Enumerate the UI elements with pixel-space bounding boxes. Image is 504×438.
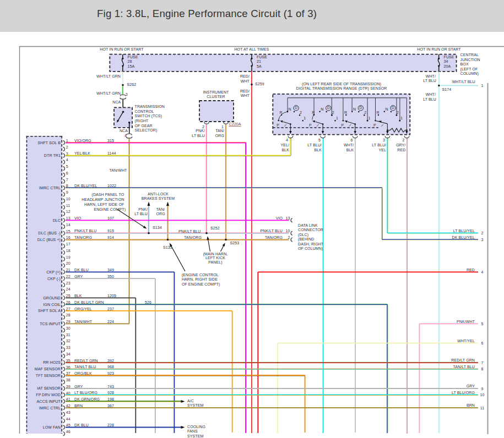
svg-text:WHT/LT GRN: WHT/LT GRN <box>96 74 121 78</box>
svg-text:DK GRN/ORG: DK GRN/ORG <box>74 397 100 401</box>
svg-text:WHT: WHT <box>241 79 250 83</box>
svg-text:SHFT SOL B: SHFT SOL B <box>38 141 61 145</box>
svg-text:IMRC CTRL: IMRC CTRL <box>39 186 61 190</box>
svg-text:A/C: A/C <box>187 399 194 403</box>
svg-text:36: 36 <box>66 365 71 369</box>
svg-text:BRAKES SYSTEM: BRAKES SYSTEM <box>142 196 175 200</box>
svg-text:349: 349 <box>107 268 114 272</box>
svg-text:2: 2 <box>332 111 334 114</box>
svg-text:LOW FAN: LOW FAN <box>43 425 61 429</box>
svg-text:WHT/LT GRN: WHT/LT GRN <box>96 91 121 95</box>
svg-text:11: 11 <box>66 204 70 207</box>
svg-text:16: 16 <box>66 236 71 239</box>
svg-text:ORG: ORG <box>215 134 224 138</box>
svg-text:2: 2 <box>364 111 366 114</box>
svg-text:TAN/: TAN/ <box>156 207 165 211</box>
svg-text:224: 224 <box>107 320 114 324</box>
svg-text:WHT/: WHT/ <box>344 143 354 147</box>
svg-text:31: 31 <box>66 333 71 337</box>
svg-text:37: 37 <box>66 371 71 375</box>
svg-text:1022: 1022 <box>107 184 116 188</box>
svg-text:LT BLU/ORG: LT BLU/ORG <box>74 391 97 395</box>
svg-text:P: P <box>373 123 376 127</box>
svg-text:INSTRUMENT: INSTRUMENT <box>203 90 230 94</box>
svg-text:JUNCTION: JUNCTION <box>460 58 480 62</box>
svg-text:29: 29 <box>66 320 71 324</box>
svg-text:6: 6 <box>350 138 353 142</box>
svg-text:COLUMN): COLUMN) <box>460 72 479 76</box>
svg-text:WHT/LT BLU: WHT/LT BLU <box>452 80 475 84</box>
svg-text:2: 2 <box>481 231 484 235</box>
svg-text:743: 743 <box>107 385 114 388</box>
svg-text:SWITCH (TCS): SWITCH (TCS) <box>135 114 162 118</box>
svg-text:43: 43 <box>66 410 71 414</box>
svg-text:5A: 5A <box>257 64 262 68</box>
svg-text:30: 30 <box>66 326 71 330</box>
svg-text:FUSE: FUSE <box>257 55 267 59</box>
svg-text:7: 7 <box>481 361 484 365</box>
svg-text:TRANSMISSION: TRANSMISSION <box>135 105 165 108</box>
svg-text:28: 28 <box>66 313 71 317</box>
svg-text:28: 28 <box>128 59 132 63</box>
svg-text:TFT SENSOR: TFT SENSOR <box>36 374 61 377</box>
svg-text:(ON LEFT REAR SIDE OF TRANSMIS: (ON LEFT REAR SIDE OF TRANSMISSION) <box>302 82 381 86</box>
svg-text:1205: 1205 <box>107 294 116 298</box>
svg-text:S253: S253 <box>230 241 240 245</box>
svg-text:DIGITAL TRANSMISSION RANGE (DT: DIGITAL TRANSMISSION RANGE (DTR) SENSOR <box>296 86 387 91</box>
svg-text:34: 34 <box>66 352 71 356</box>
svg-text:TAN/LT BLU: TAN/LT BLU <box>74 365 96 369</box>
svg-text:D: D <box>392 106 394 110</box>
svg-text:1: 1 <box>400 116 403 120</box>
svg-text:LT BLU: LT BLU <box>423 79 436 83</box>
svg-text:107: 107 <box>107 216 114 220</box>
svg-text:7: 7 <box>66 178 68 182</box>
svg-text:PNK/LT BLU: PNK/LT BLU <box>74 229 96 233</box>
svg-text:23: 23 <box>66 281 71 285</box>
svg-text:915: 915 <box>107 229 114 233</box>
svg-text:TAN/LT BLU: TAN/LT BLU <box>453 365 475 369</box>
svg-text:C220A: C220A <box>229 122 241 126</box>
svg-text:RED: RED <box>467 268 475 272</box>
svg-text:45: 45 <box>66 423 71 427</box>
svg-text:SELECTOR): SELECTOR) <box>135 128 158 133</box>
svg-text:8: 8 <box>481 367 484 371</box>
svg-text:HOT IN RUN OR START: HOT IN RUN OR START <box>417 47 461 51</box>
svg-text:DK BLU/YEL: DK BLU/YEL <box>452 236 475 239</box>
svg-text:VIO: VIO <box>74 216 82 220</box>
svg-text:10: 10 <box>66 197 71 201</box>
svg-text:D: D <box>295 106 297 110</box>
svg-text:(RIGHT: (RIGHT <box>135 119 149 123</box>
svg-text:FP DRV MOD: FP DRV MOD <box>36 393 61 397</box>
svg-text:46: 46 <box>66 430 71 434</box>
svg-text:PNK/: PNK/ <box>196 129 205 133</box>
svg-text:RED: RED <box>397 148 405 152</box>
svg-text:YEL: YEL <box>379 148 387 152</box>
svg-text:CENTRAL: CENTRAL <box>460 53 479 57</box>
svg-text:5: 5 <box>481 322 484 326</box>
svg-text:2: 2 <box>66 145 68 149</box>
svg-text:5: 5 <box>66 165 68 168</box>
svg-text:GRY/: GRY/ <box>396 143 405 147</box>
svg-text:WHT/YEL: WHT/YEL <box>457 339 475 343</box>
svg-text:P: P <box>309 123 312 127</box>
svg-text:6: 6 <box>481 341 484 345</box>
svg-text:26: 26 <box>66 300 71 304</box>
svg-text:17: 17 <box>66 242 71 246</box>
svg-text:HEADLAMP JUNCTION: HEADLAMP JUNCTION <box>82 198 124 201</box>
svg-text:1: 1 <box>481 84 484 87</box>
svg-text:2: 2 <box>402 138 404 142</box>
svg-text:Fig 1: 3.8L, Engine Performanc: Fig 1: 3.8L, Engine Performance Circuit … <box>97 8 317 19</box>
svg-text:34: 34 <box>444 59 448 63</box>
svg-text:21: 21 <box>257 59 261 63</box>
svg-text:LT BLU: LT BLU <box>192 134 205 138</box>
svg-text:923: 923 <box>107 371 114 375</box>
svg-text:8: 8 <box>66 184 68 188</box>
svg-text:BLK: BLK <box>346 148 354 152</box>
svg-text:3: 3 <box>383 138 385 142</box>
svg-text:(DLC): (DLC) <box>298 233 308 237</box>
svg-text:FANS: FANS <box>187 429 198 433</box>
svg-text:6: 6 <box>66 171 68 175</box>
svg-text:S174: S174 <box>442 87 452 91</box>
svg-text:YEL/: YEL/ <box>280 143 289 147</box>
svg-text:1144: 1144 <box>107 151 116 155</box>
